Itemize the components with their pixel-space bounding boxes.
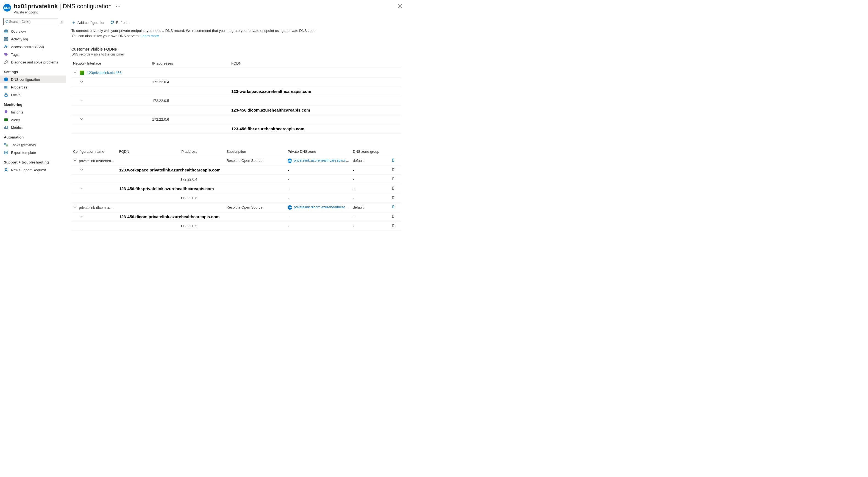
chevron-down-icon[interactable] [80, 214, 84, 219]
dns-zone-icon: DNS [288, 158, 292, 163]
nav-tags[interactable]: Tags [0, 51, 66, 58]
support-icon [4, 168, 8, 172]
chevron-down-icon[interactable] [73, 205, 77, 210]
table-row: 172.22.0.5 [71, 96, 401, 106]
table-row: 123-456.dicom.azurehealthcareapis.com [71, 106, 401, 115]
svg-rect-2 [4, 37, 8, 41]
tag-icon [4, 52, 8, 57]
svg-point-0 [6, 20, 8, 23]
col-ip: IP addresses [151, 59, 229, 68]
resource-icon: DNS [3, 4, 11, 11]
svg-point-3 [5, 45, 6, 47]
chevron-down-icon[interactable] [80, 168, 84, 172]
chevron-down-icon[interactable] [80, 98, 84, 103]
delete-button[interactable] [391, 177, 395, 181]
col-config-name: Configuration name [71, 147, 117, 156]
nav-properties[interactable]: Properties [0, 83, 66, 91]
table-row: 172.22.0.6 [71, 115, 401, 124]
delete-button[interactable] [391, 158, 395, 162]
search-icon [5, 20, 9, 24]
nav-diagnose[interactable]: Diagnose and solve problems [0, 58, 66, 66]
table-row: 123.workspace.privatelink.azurehealthcar… [71, 166, 401, 175]
close-button[interactable] [397, 3, 403, 11]
delete-button[interactable] [391, 196, 395, 200]
col-nic: Network Interface [71, 59, 151, 68]
dns-icon [4, 77, 8, 82]
properties-icon [4, 85, 8, 89]
bulb-icon [4, 110, 8, 114]
nav-section-settings: Settings [0, 66, 66, 76]
nic-icon [80, 70, 84, 75]
wrench-icon [4, 60, 8, 64]
nav-dns-configuration[interactable]: DNS configuration [0, 76, 66, 83]
svg-rect-6 [4, 118, 8, 121]
page-title: bx01privatelink | DNS configuration ··· [14, 3, 397, 10]
nav-tasks[interactable]: Tasks (preview) [0, 141, 66, 149]
chevron-down-icon[interactable] [80, 80, 84, 84]
dns-zone-link[interactable]: privatelink.dicom.azurehealthcarea... [293, 205, 351, 209]
col-config-group: DNS zone group [351, 147, 390, 156]
delete-button[interactable] [391, 168, 395, 172]
svg-rect-5 [5, 94, 7, 96]
delete-button[interactable] [391, 186, 395, 190]
nic-row: 123privatelink.nic.456 [71, 68, 401, 78]
fqdns-table: Network Interface IP addresses FQDN 123p… [71, 59, 401, 134]
svg-rect-7 [4, 143, 6, 145]
col-config-fqdn: FQDN [117, 147, 179, 156]
chevron-down-icon[interactable] [80, 186, 84, 191]
col-fqdn: FQDN [229, 59, 401, 68]
nav-iam[interactable]: Access control (IAM) [0, 43, 66, 51]
table-row: 123-workspace.azurehealthcareapis.com [71, 87, 401, 96]
tasks-icon [4, 143, 8, 147]
config-group-row: privatelink-azurehea... Resolute Open So… [71, 156, 401, 166]
table-row: 123-456.fihr.azurehealthcareapis.com [71, 124, 401, 133]
fqdns-title: Customer Visible FQDNs [66, 39, 406, 53]
nav-section-monitoring: Monitoring [0, 99, 66, 108]
plus-icon: ＋ [71, 20, 76, 26]
nav-support-request[interactable]: New Support Request [0, 166, 66, 174]
nav-export-template[interactable]: Export template [0, 149, 66, 156]
nav-activity-log[interactable]: Activity log [0, 35, 66, 43]
main-content: ＋ Add configuration Refresh To connect p… [66, 18, 406, 242]
dns-zone-link[interactable]: privatelink.azurehealthcareapis.com [293, 158, 350, 162]
chevron-down-icon[interactable] [73, 70, 77, 75]
table-row: 172.22.0.6 -- [71, 193, 401, 203]
col-config-zone: Private DNS zone [286, 147, 351, 156]
sidebar: « Overview Activity log Access control (… [0, 18, 66, 242]
lock-icon [4, 93, 8, 97]
refresh-icon [110, 20, 114, 25]
collapse-sidebar-button[interactable]: « [60, 20, 63, 24]
nav-alerts[interactable]: Alerts [0, 116, 66, 124]
config-group-row: privatelink-dicom-az... Resolute Open So… [71, 203, 401, 212]
resource-type: Private endpoint [14, 10, 397, 14]
people-icon [4, 44, 8, 49]
table-row: 172.22.0.4 -- [71, 175, 401, 184]
log-icon [4, 37, 8, 41]
search-input-wrapper[interactable] [3, 18, 58, 25]
more-actions-button[interactable]: ··· [116, 4, 121, 8]
table-row: 123-456.fihr.privatelink.azurehealthcare… [71, 184, 401, 193]
intro-text: To connect privately with your private e… [66, 28, 327, 39]
chevron-down-icon[interactable] [73, 158, 77, 163]
nav-locks[interactable]: Locks [0, 91, 66, 99]
fqdns-subtitle: DNS records visible to the customer [66, 53, 406, 59]
config-table: Configuration name FQDN IP address Subsc… [71, 147, 401, 231]
delete-button[interactable] [391, 214, 395, 218]
nav-metrics[interactable]: Metrics [0, 124, 66, 131]
svg-point-4 [6, 46, 7, 47]
search-input[interactable] [9, 20, 56, 24]
delete-button[interactable] [391, 205, 395, 209]
dns-zone-icon: DNS [288, 205, 292, 210]
delete-button[interactable] [391, 223, 395, 228]
chevron-down-icon[interactable] [80, 117, 84, 122]
metrics-icon [4, 125, 8, 130]
nav-section-support: Support + troubleshooting [0, 156, 66, 166]
add-configuration-button[interactable]: ＋ Add configuration [71, 20, 105, 26]
page-header: DNS bx01privatelink | DNS configuration … [0, 0, 406, 18]
nav-insights[interactable]: Insights [0, 108, 66, 116]
learn-more-link[interactable]: Learn more [141, 34, 159, 38]
section-name: DNS configuration [63, 3, 112, 10]
nav-overview[interactable]: Overview [0, 28, 66, 35]
refresh-button[interactable]: Refresh [110, 20, 129, 25]
nic-link[interactable]: 123privatelink.nic.456 [87, 70, 121, 75]
